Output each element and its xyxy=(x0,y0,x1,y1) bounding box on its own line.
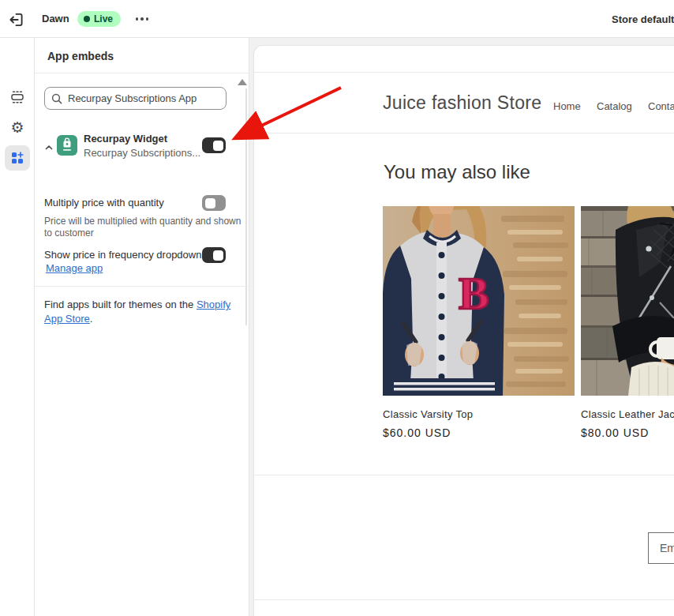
product-title-leather[interactable]: Classic Leather Jacket xyxy=(581,408,674,420)
svg-text:B: B xyxy=(459,268,489,319)
search-icon xyxy=(51,93,62,104)
live-status-badge: Live xyxy=(77,11,121,27)
widget-subtitle: Recurpay Subscriptions... xyxy=(84,147,200,159)
product-title-varsity[interactable]: Classic Varsity Top xyxy=(383,408,473,420)
search-input[interactable] xyxy=(68,92,219,104)
store-name-link[interactable]: Juice fashion Store xyxy=(383,92,541,114)
nav-link-contact[interactable]: Contact xyxy=(648,100,674,112)
top-bar: Dawn Live Store default xyxy=(0,0,674,38)
product-price-leather: $80.00 USD xyxy=(581,426,649,439)
store-selector-label: Store default xyxy=(612,13,674,25)
rail-item-theme-settings[interactable]: ⚙ xyxy=(5,115,30,140)
setting-multiply-help: Price will be multiplied with quantity a… xyxy=(44,216,243,239)
varsity-top-photo: B xyxy=(383,206,575,396)
store-context-selector[interactable]: Store default xyxy=(606,9,674,28)
manage-app-link[interactable]: Manage app xyxy=(46,262,103,274)
preview-canvas: Juice fashion Store Home Catalog Contact… xyxy=(253,45,674,616)
live-badge-label: Live xyxy=(94,13,113,24)
recommendations-heading: You may also like xyxy=(384,161,530,183)
live-dot-icon xyxy=(84,16,90,22)
widget-enable-toggle[interactable] xyxy=(202,137,226,153)
toggle-knob xyxy=(213,250,223,261)
exit-icon xyxy=(8,11,25,28)
preview-top-strip xyxy=(254,46,674,73)
theme-editor-screen: Dawn Live Store default ⚙ xyxy=(0,0,674,616)
editor-icon-rail: ⚙ xyxy=(0,38,35,616)
rail-item-app-embeds[interactable] xyxy=(5,145,30,171)
panel-footer-text: Find apps built for themes on the Shopif… xyxy=(44,298,232,326)
toggle-knob xyxy=(213,141,223,151)
ellipsis-icon xyxy=(136,17,139,21)
gear-icon: ⚙ xyxy=(10,120,24,135)
divider xyxy=(35,286,249,287)
frequency-dropdown-toggle[interactable] xyxy=(202,247,226,263)
nav-link-catalog[interactable]: Catalog xyxy=(597,100,632,112)
product-image-leather-jacket[interactable] xyxy=(581,206,674,396)
chevron-up-icon xyxy=(44,143,54,152)
shop-header-section: Juice fashion Store Home Catalog Contact xyxy=(254,73,674,133)
preview-area: Juice fashion Store Home Catalog Contact… xyxy=(249,38,674,616)
toggle-knob xyxy=(205,198,215,208)
product-price-varsity: $60.00 USD xyxy=(383,426,451,439)
app-embeds-icon xyxy=(9,150,25,166)
recurpay-app-icon xyxy=(57,135,77,156)
setting-frequency-label: Show price in frequency dropdown xyxy=(44,249,201,261)
scroll-up-arrow-icon[interactable] xyxy=(238,79,247,85)
nav-link-home[interactable]: Home xyxy=(553,100,581,112)
panel-title: App embeds xyxy=(47,50,114,62)
app-embed-search[interactable] xyxy=(44,87,227,110)
divider xyxy=(35,73,249,73)
newsletter-email-input[interactable] xyxy=(648,532,674,564)
section-divider xyxy=(254,475,674,475)
multiply-price-toggle[interactable] xyxy=(202,195,226,211)
setting-multiply-label: Multiply price with quantity xyxy=(44,197,164,208)
recurpay-logo-icon xyxy=(57,135,77,156)
product-image-varsity-top[interactable]: B xyxy=(383,206,575,396)
app-embeds-panel: App embeds xyxy=(35,38,249,616)
theme-name: Dawn xyxy=(42,13,69,24)
widget-name: Recurpay Widget xyxy=(84,133,167,145)
sections-icon xyxy=(9,89,25,105)
rail-item-sections[interactable] xyxy=(5,85,30,110)
panel-scrollbar[interactable] xyxy=(245,88,247,325)
leather-jacket-photo xyxy=(581,206,674,396)
more-actions-button[interactable] xyxy=(131,11,153,27)
section-divider xyxy=(254,599,674,600)
exit-editor-button[interactable] xyxy=(8,10,27,29)
collapse-widget-button[interactable] xyxy=(44,142,55,153)
